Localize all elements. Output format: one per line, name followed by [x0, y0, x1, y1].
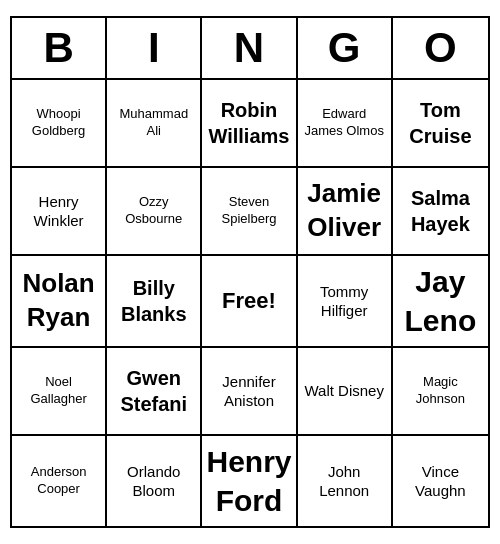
- bingo-cell: Billy Blanks: [107, 256, 202, 348]
- cell-label: Henry Ford: [206, 442, 291, 520]
- bingo-cell: Gwen Stefani: [107, 348, 202, 436]
- cell-label: Free!: [222, 288, 276, 314]
- bingo-cell: Noel Gallagher: [12, 348, 107, 436]
- bingo-cell: John Lennon: [298, 436, 393, 526]
- cell-label: Tommy Hilfiger: [302, 282, 387, 321]
- bingo-cell: Jay Leno: [393, 256, 488, 348]
- cell-label: Tom Cruise: [397, 97, 484, 149]
- header-letter: O: [393, 18, 488, 78]
- header-letter: I: [107, 18, 202, 78]
- cell-label: Henry Winkler: [16, 192, 101, 231]
- bingo-cell: Jennifer Aniston: [202, 348, 297, 436]
- cell-label: Jay Leno: [397, 262, 484, 340]
- bingo-cell: Free!: [202, 256, 297, 348]
- cell-label: Whoopi Goldberg: [16, 106, 101, 140]
- bingo-grid: Whoopi GoldbergMuhammad AliRobin William…: [12, 80, 488, 526]
- cell-label: Walt Disney: [304, 381, 383, 401]
- cell-label: Billy Blanks: [111, 275, 196, 327]
- cell-label: Gwen Stefani: [111, 365, 196, 417]
- cell-label: John Lennon: [302, 462, 387, 501]
- cell-label: Jennifer Aniston: [206, 372, 291, 411]
- bingo-cell: Anderson Cooper: [12, 436, 107, 526]
- bingo-cell: Henry Winkler: [12, 168, 107, 256]
- cell-label: Salma Hayek: [397, 185, 484, 237]
- bingo-cell: Tommy Hilfiger: [298, 256, 393, 348]
- cell-label: Robin Williams: [206, 97, 291, 149]
- cell-label: Steven Spielberg: [206, 194, 291, 228]
- cell-label: Edward James Olmos: [302, 106, 387, 140]
- bingo-cell: Jamie Oliver: [298, 168, 393, 256]
- bingo-cell: Walt Disney: [298, 348, 393, 436]
- cell-label: Vince Vaughn: [397, 462, 484, 501]
- header-letter: N: [202, 18, 297, 78]
- bingo-cell: Vince Vaughn: [393, 436, 488, 526]
- cell-label: Magic Johnson: [397, 374, 484, 408]
- bingo-cell: Whoopi Goldberg: [12, 80, 107, 168]
- bingo-cell: Robin Williams: [202, 80, 297, 168]
- bingo-cell: Nolan Ryan: [12, 256, 107, 348]
- cell-label: Noel Gallagher: [16, 374, 101, 408]
- header-letter: G: [298, 18, 393, 78]
- bingo-cell: Tom Cruise: [393, 80, 488, 168]
- cell-label: Muhammad Ali: [111, 106, 196, 140]
- bingo-card: BINGO Whoopi GoldbergMuhammad AliRobin W…: [10, 16, 490, 528]
- bingo-cell: Henry Ford: [202, 436, 297, 526]
- cell-label: Nolan Ryan: [16, 267, 101, 335]
- cell-label: Orlando Bloom: [111, 462, 196, 501]
- cell-label: Jamie Oliver: [302, 177, 387, 245]
- bingo-header: BINGO: [12, 18, 488, 80]
- bingo-cell: Edward James Olmos: [298, 80, 393, 168]
- bingo-cell: Muhammad Ali: [107, 80, 202, 168]
- cell-label: Ozzy Osbourne: [111, 194, 196, 228]
- bingo-cell: Salma Hayek: [393, 168, 488, 256]
- header-letter: B: [12, 18, 107, 78]
- bingo-cell: Magic Johnson: [393, 348, 488, 436]
- bingo-cell: Ozzy Osbourne: [107, 168, 202, 256]
- bingo-cell: Orlando Bloom: [107, 436, 202, 526]
- cell-label: Anderson Cooper: [16, 464, 101, 498]
- bingo-cell: Steven Spielberg: [202, 168, 297, 256]
